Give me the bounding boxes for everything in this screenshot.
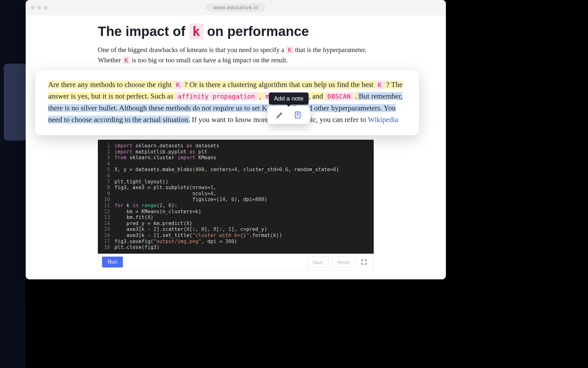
intro-k1: K: [286, 46, 294, 54]
code-text: from sklearn.cluster import KMeans: [115, 155, 374, 161]
line-number: 14: [98, 221, 115, 227]
title-pre: The impact of: [98, 24, 189, 39]
code-text: X, y = datasets.make_blobs(400, centers=…: [115, 167, 374, 173]
code-toolbar: Run Save Reset: [98, 254, 374, 271]
window-controls: [31, 6, 47, 10]
hl-code-k-2: K: [375, 81, 384, 89]
browser-window: www.educative.io The impact of k on perf…: [26, 0, 446, 279]
intro-k2: K: [123, 57, 130, 64]
code-text: pred_y = km.predict(X): [115, 221, 374, 227]
save-button[interactable]: Save: [307, 257, 329, 268]
hl-text-2: ? Or is there a clustering algorithm tha…: [183, 81, 375, 89]
code-line: 9 ncols=4,: [98, 191, 374, 197]
line-number: 4: [98, 161, 115, 167]
intro-t3: is too big or too small can have a big i…: [130, 56, 288, 64]
reset-button[interactable]: Reset: [332, 257, 355, 268]
line-number: 18: [98, 244, 115, 250]
code-line: 7plt.tight_layout(): [98, 179, 374, 185]
pencil-icon: [276, 111, 284, 119]
code-text: plt.close(fig3): [115, 244, 374, 250]
url-display: www.educative.io: [206, 4, 265, 12]
code-line: 17fig3.savefig("output/img.png", dpi = 3…: [98, 239, 374, 245]
add-note-button[interactable]: [289, 108, 307, 122]
code-line: 16 axe3[k - 2].set_title("cluster with k…: [98, 232, 374, 239]
line-number: 12: [98, 209, 115, 215]
tooltip-label: Add a note: [269, 92, 309, 105]
fullscreen-icon: [361, 259, 367, 265]
background-card-peek: [4, 64, 26, 141]
maximize-window-icon[interactable]: [44, 6, 47, 10]
line-number: 7: [98, 179, 115, 185]
code-text: fig3, axe3 = plt.subplots(nrows=1,: [115, 185, 374, 191]
code-line: 14 pred_y = km.predict(X): [98, 221, 374, 227]
wikipedia-link[interactable]: Wikipedia: [368, 116, 398, 124]
code-line: 13 km.fit(X): [98, 215, 374, 221]
code-line: 2import matplotlib.pyplot as plt: [98, 149, 374, 155]
hl-text-6: .: [353, 92, 357, 100]
line-number: 6: [98, 173, 115, 179]
code-line: 8fig3, axe3 = plt.subplots(nrows=1,: [98, 185, 374, 191]
page-dark-gutter: [0, 0, 26, 368]
browser-chrome: www.educative.io: [26, 0, 446, 15]
code-text: axe3[k - 2].set_title("cluster with k={}…: [115, 232, 374, 239]
hl-code-affinity: affinity propagation: [175, 92, 258, 101]
code-line: 15 axe3[k - 2].scatter(X[:, 0], X[:, 1],…: [98, 226, 374, 232]
intro-t1: One of the biggest drawbacks of kmeans i…: [98, 46, 286, 54]
selection-popover: Add a note: [268, 106, 310, 124]
code-text: import sklearn.datasets as datasets: [115, 143, 374, 149]
minimize-window-icon[interactable]: [37, 6, 41, 10]
code-line: 4: [98, 161, 374, 167]
line-number: 10: [98, 197, 115, 203]
hl-text-4: ,: [258, 92, 263, 100]
code-editor[interactable]: 1import sklearn.datasets as datasets2imp…: [98, 140, 374, 254]
highlight-button[interactable]: [271, 108, 289, 122]
title-post: on performance: [203, 24, 309, 39]
code-line: 3from sklearn.cluster import KMeans: [98, 155, 374, 161]
fullscreen-button[interactable]: [359, 257, 370, 267]
line-number: 17: [98, 239, 115, 245]
hl-code-dbscan: DBSCAN: [325, 92, 353, 101]
close-window-icon[interactable]: [31, 6, 35, 10]
code-line: 18plt.close(fig3): [98, 244, 374, 250]
line-number: 3: [98, 155, 115, 161]
code-line: 12 km = KMeans(n_clusters=k): [98, 209, 374, 215]
code-text: [115, 173, 374, 179]
code-line: 11for k in range(2, 6):: [98, 203, 374, 209]
code-text: for k in range(2, 6):: [115, 203, 374, 209]
line-number: 5: [98, 167, 115, 173]
line-number: 9: [98, 191, 115, 197]
code-text: [115, 161, 374, 167]
article-content: The impact of k on performance One of th…: [26, 15, 446, 271]
line-number: 11: [98, 203, 115, 209]
code-text: ncols=4,: [115, 191, 374, 197]
line-number: 8: [98, 185, 115, 191]
code-text: plt.tight_layout(): [115, 179, 374, 185]
code-text: km = KMeans(n_clusters=k): [115, 209, 374, 215]
code-line: 1import sklearn.datasets as datasets: [98, 143, 374, 149]
code-line: 5X, y = datasets.make_blobs(400, centers…: [98, 167, 374, 173]
title-code-k: k: [189, 23, 203, 39]
code-line: 10 figsize=(14, 6), dpi=800): [98, 197, 374, 203]
intro-paragraph: One of the biggest drawbacks of kmeans i…: [98, 45, 374, 65]
code-line: 6: [98, 173, 374, 179]
popover-actions: [268, 106, 310, 124]
line-number: 2: [98, 149, 115, 155]
code-text: fig3.savefig("output/img.png", dpi = 300…: [115, 239, 374, 245]
line-number: 13: [98, 215, 115, 221]
line-number: 16: [98, 232, 115, 239]
line-number: 15: [98, 226, 115, 232]
highlighted-paragraph-card: Are there any methods to choose the righ…: [35, 70, 419, 135]
code-text: km.fit(X): [115, 215, 374, 221]
code-text: import matplotlib.pyplot as plt: [115, 149, 374, 155]
note-icon: [294, 111, 302, 119]
code-text: axe3[k - 2].scatter(X[:, 0], X[:, 1], c=…: [115, 226, 374, 232]
hl-text-1: Are there any methods to choose the righ…: [48, 81, 174, 89]
hl-code-k-1: K: [174, 81, 183, 89]
run-button[interactable]: Run: [102, 257, 123, 267]
page-title: The impact of k on performance: [98, 24, 374, 39]
code-text: figsize=(14, 6), dpi=800): [115, 197, 374, 203]
highlighted-paragraph: Are there any methods to choose the righ…: [48, 79, 406, 126]
hl-text-5: , and: [307, 92, 325, 100]
line-number: 1: [98, 143, 115, 149]
